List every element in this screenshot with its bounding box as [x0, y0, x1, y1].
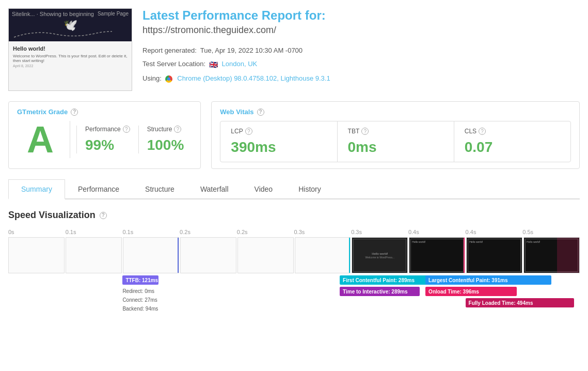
fcp-label: First Contentful Paint: 289ms — [343, 277, 415, 283]
frames-row: Hello world! Welcome to WordPress... Hel… — [8, 237, 580, 273]
lcp-label: LCP ? — [231, 128, 326, 135]
thumb-path-svg — [14, 29, 112, 39]
thumb-site-label: Sitelink... · Showing to beginning — [12, 11, 94, 17]
lcp-help-icon[interactable]: ? — [245, 128, 252, 135]
fcp-bar: First Contentful Paint: 289ms — [340, 275, 431, 285]
viz-wrapper: 0s 0.1s 0.1s 0.2s 0.2s 0.3s 0.3s 0.4s 0.… — [8, 229, 580, 331]
annot-area: TTFB: 121ms Redirect: 0ms Connect: 27ms … — [8, 274, 580, 331]
tab-waterfall[interactable]: Waterfall — [187, 179, 242, 199]
structure-help-icon[interactable]: ? — [174, 126, 181, 133]
frame-5 — [295, 237, 351, 273]
web-vitals-help-icon[interactable]: ? — [257, 109, 264, 116]
speed-viz-title: Speed Visualization ? — [8, 210, 580, 221]
ruler-01s-2: 0.1s — [122, 229, 180, 235]
tab-history[interactable]: History — [285, 179, 334, 199]
speed-viz-section: Speed Visualization ? 0s 0.1s 0.1s 0.2s … — [8, 210, 580, 331]
tti-bar: Time to Interactive: 289ms — [340, 287, 420, 296]
viz-ruler: 0s 0.1s 0.1s 0.2s 0.2s 0.3s 0.3s 0.4s 0.… — [8, 229, 580, 235]
tti-label: Time to Interactive: 289ms — [343, 289, 407, 295]
tab-summary[interactable]: Summary — [8, 179, 65, 199]
frame-7-content: Hello world! — [410, 239, 464, 272]
cls-help-icon[interactable]: ? — [479, 128, 486, 135]
ruler-02s-1: 0.2s — [180, 229, 237, 235]
flt-label: Fully Loaded Time: 494ms — [469, 300, 533, 306]
thumb-top: Sitelink... · Showing to beginning Sampl… — [9, 9, 132, 41]
performance-value: 99% — [85, 137, 130, 153]
performance-metric: Performance ? 99% — [76, 126, 138, 153]
frame-3 — [180, 237, 236, 273]
tbt-label: TBT ? — [348, 128, 443, 135]
frame-4 — [237, 237, 294, 273]
web-vitals-box: Web Vitals ? LCP ? 390ms TBT ? 0ms — [211, 101, 580, 169]
tab-structure[interactable]: Structure — [132, 179, 187, 199]
structure-label: Structure ? — [147, 126, 184, 133]
server-value: London, UK — [222, 60, 258, 68]
gtmetrix-help-icon[interactable]: ? — [71, 109, 78, 116]
chrome-icon — [165, 75, 172, 83]
frame-7: Hello world! — [409, 237, 465, 273]
frame-6-content: Hello world! Welcome to WordPress... — [353, 239, 406, 272]
tab-performance[interactable]: Performance — [65, 179, 132, 199]
grade-divider — [70, 121, 70, 158]
performance-help-icon[interactable]: ? — [123, 126, 130, 133]
fcp-line — [349, 238, 350, 273]
header-section: Sitelink... · Showing to beginning Sampl… — [8, 8, 580, 91]
lcp-onload-line — [464, 238, 465, 273]
structure-value: 100% — [147, 137, 184, 153]
frame-6: Hello world! Welcome to WordPress... — [352, 237, 408, 273]
cls-metric: CLS ? 0.07 — [454, 121, 570, 162]
frame-9: Hello world! — [523, 237, 580, 273]
using-label: Using: — [142, 74, 162, 82]
frame-2 — [123, 237, 179, 273]
using-row: Using: Chrome (Desktop) 98.0.4758.102, L… — [142, 72, 580, 85]
uk-flag-icon: 🇬🇧 — [209, 60, 218, 69]
onload-label: Onload Time: 396ms — [428, 289, 479, 295]
server-label: Test Server Location: — [142, 60, 205, 68]
frame-8: Hello world! — [466, 237, 522, 273]
lcp-metric: LCP ? 390ms — [220, 121, 337, 162]
generated-value: Tue, Apr 19, 2022 10:30 AM -0700 — [200, 47, 303, 54]
lcp-bar: Largest Contentful Paint: 391ms — [425, 275, 551, 285]
tbt-value: 0ms — [348, 139, 443, 156]
flt-highlight — [557, 238, 579, 273]
grades-section: GTmetrix Grade ? A Performance ? 99% — [8, 101, 580, 169]
flt-bar: Fully Loaded Time: 494ms — [466, 298, 574, 307]
gtmetrix-grade-box: GTmetrix Grade ? A Performance ? 99% — [8, 101, 201, 169]
grade-letter-container: A — [17, 121, 63, 158]
ttfb-redirect: Redirect: 0ms — [122, 287, 158, 296]
web-vitals-title: Web Vitals ? — [220, 108, 571, 116]
thumb-date: April 8, 2022 — [13, 64, 128, 68]
ruler-01s-1: 0.1s — [66, 229, 123, 235]
ttfb-details: Redirect: 0ms Connect: 27ms Backend: 94m… — [122, 287, 158, 313]
ttfb-label: TTFB: 121ms — [125, 277, 158, 283]
site-thumbnail: Sitelink... · Showing to beginning Sampl… — [8, 8, 132, 91]
ruler-02s-2: 0.2s — [237, 229, 294, 235]
ruler-03s-2: 0.3s — [351, 229, 408, 235]
thumb-desc: Welcome to WordPress. This is your first… — [13, 54, 128, 63]
report-url: https://stromonic.theguidex.com/ — [142, 25, 580, 36]
generated-label: Report generated: — [142, 47, 197, 54]
report-meta: Report generated: Tue, Apr 19, 2022 10:3… — [142, 44, 580, 85]
ttfb-connect: Connect: 27ms — [122, 296, 158, 304]
tbt-help-icon[interactable]: ? — [361, 128, 369, 135]
ttfb-bar: TTFB: 121ms — [122, 275, 158, 285]
using-value: Chrome (Desktop) 98.0.4758.102, Lighthou… — [177, 74, 330, 82]
cls-label: CLS ? — [465, 128, 560, 135]
ruler-04s-1: 0.4s — [408, 229, 466, 235]
ruler-0s: 0s — [8, 229, 66, 235]
report-generated-row: Report generated: Tue, Apr 19, 2022 10:3… — [142, 44, 580, 57]
ttfb-line — [178, 238, 179, 273]
ruler-03s-1: 0.3s — [294, 229, 351, 235]
grade-letter: A — [27, 121, 54, 158]
frame-1 — [66, 237, 122, 273]
ttfb-backend: Backend: 94ms — [122, 304, 158, 313]
structure-metric: Structure ? 100% — [138, 126, 193, 153]
gtmetrix-title: GTmetrix Grade ? — [17, 108, 192, 116]
cls-value: 0.07 — [465, 139, 560, 156]
ruler-04s-2: 0.4s — [466, 229, 523, 235]
thumb-bottom: Hello world! Welcome to WordPress. This … — [9, 41, 132, 90]
performance-label: Performance ? — [85, 126, 130, 133]
tab-video[interactable]: Video — [242, 179, 286, 199]
frame-8-content: Hello world! — [468, 239, 521, 272]
speed-viz-help-icon[interactable]: ? — [100, 212, 107, 219]
